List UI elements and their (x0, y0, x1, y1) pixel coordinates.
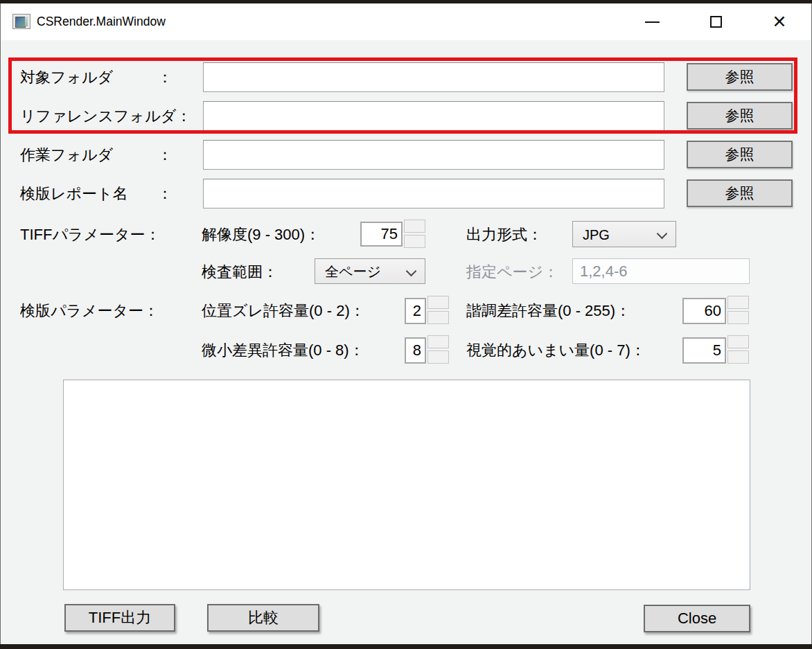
close-button[interactable]: Close (644, 605, 750, 632)
compare-button[interactable]: 比較 (207, 604, 319, 632)
page-spec-input (572, 258, 750, 284)
output-format-label: 出力形式： (466, 222, 542, 248)
maximize-icon (710, 16, 722, 28)
colon: ： (145, 222, 161, 248)
log-output-area[interactable] (63, 380, 750, 590)
position-shift-spin-down-button[interactable] (427, 311, 449, 324)
scan-range-select[interactable]: 全ページ (315, 258, 425, 284)
report-name-input[interactable] (203, 179, 664, 208)
visual-ambiguity-spin-up-button[interactable] (727, 335, 749, 348)
reference-folder-label: リファレンスフォルダ ： (20, 101, 173, 131)
visual-ambiguity-label: 視覚的あいまい量(0 - 7)： (466, 337, 646, 364)
minor-diff-label: 微小差異許容量(0 - 8)： (202, 337, 364, 364)
minor-diff-input[interactable] (405, 337, 426, 364)
scan-range-value: 全ページ (325, 259, 381, 285)
target-folder-label: 対象フォルダ ： (20, 62, 173, 92)
reference-folder-input[interactable] (203, 101, 664, 131)
colon: ： (157, 179, 173, 208)
minimize-icon (645, 21, 660, 23)
target-folder-input[interactable] (203, 62, 664, 92)
colon: ： (157, 140, 173, 170)
resolution-label: 解像度(9 - 300)： (202, 222, 320, 248)
colon: ： (176, 101, 191, 131)
window-title: CSRender.MainWindow (37, 3, 166, 40)
target-folder-browse-button[interactable]: 参照 (687, 63, 793, 91)
position-shift-spin-up-button[interactable] (427, 296, 449, 309)
titlebar: CSRender.MainWindow ✕ (1, 3, 811, 40)
tiff-params-section-label: TIFFパラメーター ： (20, 222, 139, 248)
report-name-browse-button[interactable]: 参照 (687, 179, 793, 207)
page-spec-label: 指定ページ： (466, 259, 558, 285)
colon: ： (157, 62, 173, 92)
resolution-input[interactable] (360, 222, 403, 247)
report-name-label: 検版レポート名 ： (20, 179, 173, 208)
work-folder-input[interactable] (203, 140, 664, 170)
tone-diff-label: 諧調差許容量(0 - 255)： (466, 298, 630, 324)
close-icon: ✕ (773, 13, 787, 30)
main-window: CSRender.MainWindow ✕ 対象フォルダ ： 参照 リファレンス… (0, 3, 812, 644)
position-shift-label: 位置ズレ許容量(0 - 2)： (202, 298, 365, 324)
minor-diff-spin-down-button[interactable] (427, 350, 449, 364)
app-icon-pane (15, 17, 26, 28)
chevron-down-icon (657, 229, 668, 240)
screen-edge-bottom (0, 644, 812, 649)
chevron-down-icon (406, 266, 417, 277)
tiff-output-button[interactable]: TIFF出力 (64, 604, 175, 632)
visual-ambiguity-input[interactable] (682, 337, 726, 364)
visual-ambiguity-spin-down-button[interactable] (727, 350, 749, 364)
tone-diff-spin-down-button[interactable] (727, 311, 749, 324)
work-folder-browse-button[interactable]: 参照 (687, 141, 793, 168)
scan-range-label: 検査範囲： (202, 259, 278, 285)
colon: ： (143, 298, 159, 324)
app-icon-side (25, 17, 28, 26)
minimize-button[interactable] (630, 3, 673, 40)
minor-diff-spin-up-button[interactable] (427, 335, 449, 348)
app-icon (12, 14, 30, 29)
output-format-value: JPG (583, 222, 610, 248)
maximize-button[interactable] (694, 3, 737, 40)
tone-diff-spin-up-button[interactable] (727, 296, 749, 309)
work-folder-label: 作業フォルダ ： (20, 140, 173, 170)
tone-diff-input[interactable] (682, 298, 726, 324)
position-shift-input[interactable] (405, 298, 426, 324)
resolution-spin-down-button[interactable] (404, 235, 425, 248)
close-window-button[interactable]: ✕ (758, 3, 801, 40)
inspection-params-section-label: 検版パラメーター ： (20, 298, 139, 324)
reference-folder-browse-button[interactable]: 参照 (687, 102, 793, 130)
output-format-select[interactable]: JPG (572, 221, 676, 247)
resolution-spin-up-button[interactable] (404, 220, 425, 233)
